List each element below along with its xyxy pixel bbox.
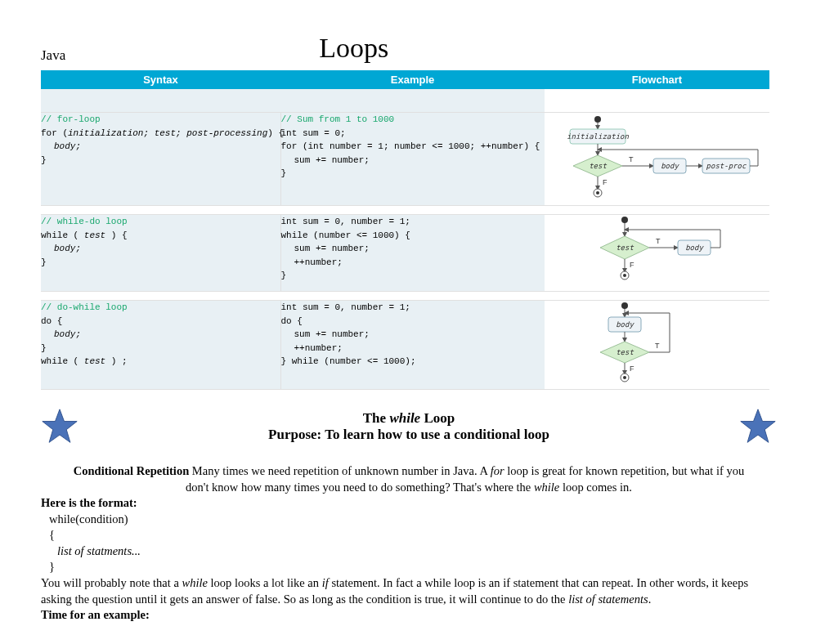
table-row: // while-do loop while ( test ) { body; … bbox=[41, 215, 769, 292]
svg-text:F: F bbox=[603, 178, 608, 186]
example-cell: int sum = 0, number = 1; do { sum += num… bbox=[280, 301, 545, 390]
page-header: Java Loops bbox=[41, 33, 793, 64]
table-row: // for-loop for (initialization; test; p… bbox=[41, 113, 769, 206]
svg-text:body: body bbox=[616, 320, 634, 329]
svg-text:body: body bbox=[661, 162, 679, 170]
svg-text:test: test bbox=[616, 244, 634, 252]
for-loop-flowchart-icon: initialization test T body post-proc F bbox=[547, 113, 768, 203]
th-syntax: Syntax bbox=[41, 70, 280, 89]
svg-text:T: T bbox=[656, 237, 661, 245]
header-lang: Java bbox=[41, 47, 65, 64]
header-title: Loops bbox=[319, 33, 388, 64]
flowchart-cell: test T body F bbox=[545, 215, 769, 292]
svg-text:test: test bbox=[589, 162, 607, 170]
loops-table: Syntax Example Flowchart // for-loop for… bbox=[41, 70, 769, 390]
flowchart-cell: initialization test T body post-proc F bbox=[545, 113, 769, 206]
syntax-cell: // while-do loop while ( test ) { body; … bbox=[41, 215, 280, 292]
example-cell: int sum = 0, number = 1; while (number <… bbox=[280, 215, 545, 292]
svg-text:F: F bbox=[630, 261, 634, 269]
svg-point-0 bbox=[594, 116, 601, 123]
subtitle-text: The while Loop Purpose: To learn how to … bbox=[78, 410, 739, 443]
svg-text:test: test bbox=[616, 348, 634, 356]
th-example: Example bbox=[280, 70, 545, 89]
do-while-flowchart-icon: body test T F bbox=[580, 301, 735, 387]
table-row: // do-while loop do { body; } while ( te… bbox=[41, 301, 769, 390]
while-loop-flowchart-icon: test T body F bbox=[580, 215, 735, 288]
svg-text:initialization: initialization bbox=[567, 132, 629, 141]
syntax-cell: // do-while loop do { body; } while ( te… bbox=[41, 301, 280, 390]
svg-point-30 bbox=[621, 302, 628, 309]
svg-marker-42 bbox=[43, 409, 77, 442]
example-cell: // Sum from 1 to 1000 int sum = 0; for (… bbox=[280, 113, 545, 206]
svg-marker-43 bbox=[741, 409, 775, 442]
body-text: Conditional Repetition Many times we nee… bbox=[41, 463, 777, 624]
svg-text:F: F bbox=[630, 364, 634, 373]
star-icon bbox=[41, 408, 78, 445]
svg-point-29 bbox=[623, 274, 626, 277]
star-icon bbox=[739, 408, 777, 445]
svg-point-17 bbox=[596, 191, 599, 195]
subtitle-block: The while Loop Purpose: To learn how to … bbox=[41, 408, 777, 445]
svg-text:post-proc: post-proc bbox=[706, 162, 746, 170]
flowchart-cell: body test T F bbox=[545, 301, 769, 390]
th-flowchart: Flowchart bbox=[545, 70, 769, 89]
svg-point-18 bbox=[621, 217, 628, 223]
syntax-cell: // for-loop for (initialization; test; p… bbox=[41, 113, 280, 206]
svg-text:T: T bbox=[629, 155, 634, 163]
svg-point-41 bbox=[623, 376, 626, 379]
svg-text:body: body bbox=[685, 244, 704, 252]
svg-text:T: T bbox=[655, 342, 660, 350]
